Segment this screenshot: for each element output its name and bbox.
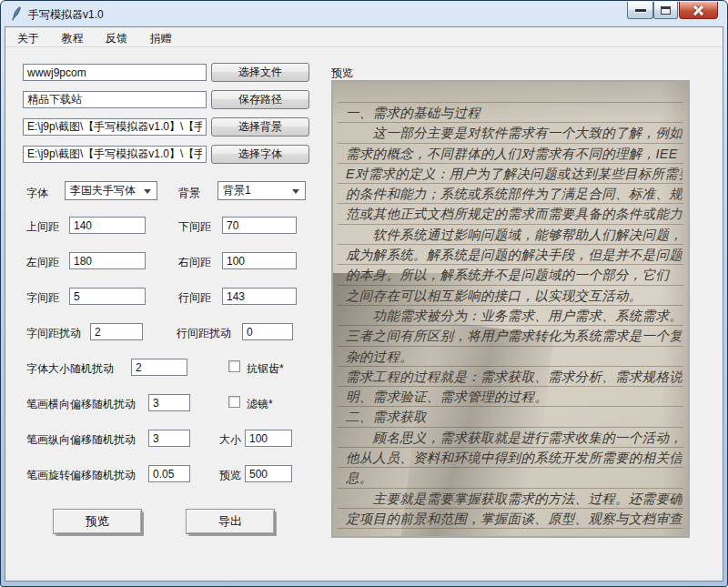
handwriting-line: E对需求的定义：用户为了解决问题或达到某些目标所需要 <box>346 164 682 184</box>
save-path-button[interactable]: 保存路径 <box>211 90 309 109</box>
handwriting-line: 这一部分主要是对软件需求有一个大致的了解，例如 <box>346 123 682 143</box>
preview-panel: 一、需求的基础与过程 这一部分主要是对软件需求有一个大致的了解，例如 需求的概念… <box>331 80 690 538</box>
line-spacing-input[interactable] <box>222 288 297 305</box>
font-select[interactable]: 李国夫手写体 <box>65 181 157 200</box>
line-spacing-jitter-input[interactable] <box>242 323 293 340</box>
top-margin-input[interactable] <box>69 217 146 234</box>
left-margin-input[interactable] <box>69 252 146 269</box>
size-label: 大小 <box>219 432 241 448</box>
minimize-button[interactable] <box>627 2 653 19</box>
source-text-input[interactable] <box>23 64 207 81</box>
background-label: 背景 <box>178 186 200 201</box>
top-margin-label: 上间距 <box>26 219 59 235</box>
stroke-vertical-jitter-label: 笔画纵向偏移随机扰动 <box>26 432 136 448</box>
font-size-jitter-input[interactable] <box>131 359 187 376</box>
char-spacing-input[interactable] <box>69 288 146 305</box>
font-size-jitter-label: 字体大小随机扰动 <box>26 361 114 377</box>
line-spacing-label: 行间距 <box>178 290 211 306</box>
font-label: 字体 <box>26 186 48 201</box>
select-font-button[interactable]: 选择字体 <box>211 145 309 164</box>
char-spacing-label: 字间距 <box>26 290 59 306</box>
menu-item-donate[interactable]: 捐赠 <box>140 27 180 47</box>
app-window: 手写模拟器v1.0 关于 教程 反馈 捐赠 选择文件 保存路径 选择背景 选择字… <box>0 0 728 587</box>
filter-checkbox[interactable] <box>228 396 240 408</box>
filter-checkbox-label: 滤镜* <box>247 397 273 412</box>
bottom-margin-input[interactable] <box>222 217 297 234</box>
menu-item-about[interactable]: 关于 <box>8 27 48 47</box>
menu-item-feedback[interactable]: 反馈 <box>96 27 136 47</box>
chevron-down-icon <box>292 189 299 194</box>
background-select[interactable]: 背景1 <box>217 181 306 200</box>
char-spacing-jitter-label: 字间距扰动 <box>26 326 81 341</box>
left-margin-label: 左间距 <box>26 255 59 270</box>
maximize-button[interactable] <box>653 2 678 19</box>
close-button[interactable] <box>679 2 718 19</box>
photo-shadow-corner <box>333 273 574 536</box>
handwriting-line: 成为解系统。解系统是问题的解决手段，但是并不是问题 <box>346 245 682 265</box>
stroke-horizontal-jitter-label: 笔画横向偏移随机扰动 <box>26 397 136 412</box>
background-path-input[interactable] <box>23 118 207 136</box>
antialias-checkbox[interactable] <box>228 360 240 372</box>
menu-item-tutorial[interactable]: 教程 <box>52 27 92 47</box>
export-button[interactable]: 导出 <box>186 509 275 534</box>
font-select-value: 李国夫手写体 <box>70 184 136 197</box>
minimize-icon <box>635 9 646 12</box>
stroke-rotation-jitter-input[interactable] <box>148 465 190 482</box>
window-title: 手写模拟器v1.0 <box>28 7 104 23</box>
chevron-down-icon <box>144 189 151 194</box>
select-background-button[interactable]: 选择背景 <box>211 117 309 137</box>
maximize-icon <box>661 6 671 15</box>
preview-photo: 一、需求的基础与过程 这一部分主要是对软件需求有一个大致的了解，例如 需求的概念… <box>333 82 688 536</box>
size-input[interactable] <box>245 430 292 447</box>
antialias-checkbox-label: 抗锯齿* <box>247 361 284 377</box>
right-margin-input[interactable] <box>222 252 297 269</box>
menu-bar: 关于 教程 反馈 捐赠 <box>5 27 723 47</box>
stroke-rotation-jitter-label: 笔画旋转偏移随机扰动 <box>26 468 136 483</box>
preview-size-input[interactable] <box>245 465 292 482</box>
right-margin-label: 右间距 <box>178 255 211 270</box>
font-path-input[interactable] <box>23 146 207 163</box>
bottom-margin-label: 下间距 <box>178 219 211 235</box>
handwriting-line: 需求的概念，不同群体的人们对需求有不同的理解，IEE <box>346 144 682 164</box>
stroke-vertical-jitter-input[interactable] <box>148 430 190 447</box>
preview-size-label: 预览 <box>219 468 241 483</box>
save-name-input[interactable] <box>23 91 207 108</box>
preview-panel-label: 预览 <box>331 66 353 81</box>
client-area: 关于 教程 反馈 捐赠 选择文件 保存路径 选择背景 选择字体 字体 李国夫手写… <box>5 26 723 582</box>
close-icon <box>693 5 704 16</box>
stroke-horizontal-jitter-input[interactable] <box>148 394 190 411</box>
title-bar[interactable]: 手写模拟器v1.0 <box>1 1 727 26</box>
char-spacing-jitter-input[interactable] <box>90 323 143 340</box>
photo-shadow-top <box>333 82 688 120</box>
line-spacing-jitter-label: 行间距扰动 <box>177 326 231 341</box>
handwriting-line: 的条件和能力；系统或系统部件为了满足合同、标准、规 <box>346 184 682 204</box>
handwriting-line: 软件系统通过影响问题域，能够帮助人们解决问题， <box>346 225 682 245</box>
feather-app-icon <box>9 6 24 21</box>
background-select-value: 背景1 <box>223 184 251 197</box>
handwriting-line: 范或其他正式文档所规定的需求而需要具备的条件或能力。 <box>346 204 682 224</box>
preview-button[interactable]: 预览 <box>53 509 142 534</box>
photo-paper-edge <box>661 82 688 536</box>
select-file-button[interactable]: 选择文件 <box>211 63 309 82</box>
